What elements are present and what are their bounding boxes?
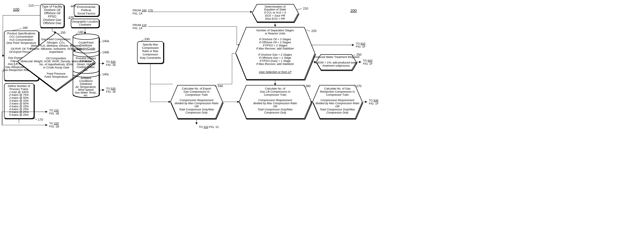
svg-text:Compressor Duty: Compressor Duty — [186, 111, 208, 114]
svg-text:Process Trains: Process Trains — [10, 88, 28, 91]
svg-text:Compressor: Compressor — [142, 53, 158, 56]
svg-text:Gas Compressors in: Gas Compressors in — [184, 90, 210, 93]
svg-text:Compressor Train: Compressor Train — [185, 93, 208, 96]
svg-text:5 trains @ 20%: 5 trains @ 20% — [9, 113, 29, 116]
svg-text:OR: OR — [273, 105, 277, 108]
svg-text:Oil RVP, Oil TVP: Oil RVP, Oil TVP — [11, 47, 32, 50]
svg-text:FIG. 1A: FIG. 1A — [132, 26, 142, 30]
svg-text:If BSW > 1%, add produced wate: If BSW > 1%, add produced water — [315, 61, 358, 64]
tag-270: 270 — [356, 84, 362, 88]
svg-text:Gas Feed Composition:: Gas Feed Composition: — [41, 38, 71, 41]
tag-110: 110 — [28, 4, 34, 7]
svg-text:Onshore Gas: Onshore Gas — [43, 18, 61, 22]
svg-text:Product Specifications: Product Specifications — [7, 32, 35, 35]
svg-text:If CO₂ or H₂S > 0: If CO₂ or H₂S > 0 — [264, 11, 286, 14]
svg-text:Compression Requirement: Compression Requirement — [258, 98, 292, 102]
svg-text:OR: OR — [335, 105, 340, 108]
svg-text:EOS = Sour PR: EOS = Sour PR — [265, 14, 285, 17]
tag-250: 250 — [356, 53, 362, 56]
svg-text:Specify Max: Specify Max — [142, 43, 158, 46]
svg-text:FPSO: FPSO — [48, 15, 56, 18]
node-geographic-location: Geographic Location Continent — [71, 19, 100, 28]
tag-130: 130 — [71, 4, 76, 8]
svg-text:treatment subprocess: treatment subprocess — [322, 64, 350, 67]
svg-text:No. of Hypotheticals, BSW: No. of Hypotheticals, BSW — [40, 63, 73, 66]
node-gas-reinjection-compressors: Calculate No. of Gas Reinjection Compres… — [312, 85, 363, 119]
from-110: FROM 110 — [132, 24, 146, 27]
svg-text:If Onshore Oil = 3 Stages: If Onshore Oil = 3 Stages — [259, 38, 291, 41]
svg-text:Geographic Location: Geographic Location — [72, 20, 98, 23]
tag-160: 160 — [22, 26, 28, 30]
tag-140a: 140a — [102, 39, 109, 43]
svg-text:Isopentane: Isopentane — [49, 50, 63, 54]
tag-260: 260 — [306, 84, 310, 88]
link-to-210: TO 210 — [49, 109, 58, 112]
link-to-520: TO 520 — [106, 87, 116, 90]
svg-text:Calculate No. of Export: Calculate No. of Export — [182, 87, 211, 90]
arrow-230-to-240 — [150, 84, 170, 102]
svg-text:FIG. 1F: FIG. 1F — [369, 102, 378, 105]
svg-text:etc.: etc. — [84, 68, 88, 72]
svg-text:If Onshore Gas = 2 Stages: If Onshore Gas = 2 Stages — [258, 53, 292, 56]
svg-text:Else EOS = PR: Else EOS = PR — [265, 17, 285, 20]
svg-text:or Crude Assay Data: or Crude Assay Data — [43, 66, 69, 69]
svg-text:Gas Lift Compressors in: Gas Lift Compressors in — [260, 90, 290, 93]
tag-140: 140 — [78, 30, 83, 34]
svg-text:Produced Water Treatment Requi: Produced Water Treatment Required — [313, 56, 359, 58]
node-export-gas-compressors: Calculate No. of Export Gas Compressors … — [170, 85, 223, 119]
svg-text:Type of Facility: Type of Facility — [42, 5, 62, 8]
node-gas-lift-compressors: Calculate No. of Gas Lift Compressors in… — [239, 85, 312, 119]
fig-100: 100 Type of Facility Onshore Oil Offshor… — [2, 4, 116, 128]
svg-text:FIG. 1F: FIG. 1F — [363, 62, 372, 65]
svg-text:OR: OR — [194, 105, 198, 108]
svg-text:FIG. 1B: FIG. 1B — [49, 125, 59, 128]
svg-text:If Offshore Gas = 1 Stage: If Offshore Gas = 1 Stage — [259, 56, 291, 60]
fig-label-100: 100 — [13, 7, 19, 12]
node-produced-water: Produced Water Treatment Required If BSW… — [313, 54, 359, 70]
svg-text:Database: Database — [80, 60, 92, 63]
svg-text:Political,: Political, — [81, 8, 92, 12]
svg-text:Offshore Gas: Offshore Gas — [43, 21, 61, 25]
svg-text:Compressor Train: Compressor Train — [264, 93, 286, 96]
svg-text:FIG. 1A: FIG. 1A — [132, 12, 142, 15]
svg-text:Continent: Continent — [79, 23, 91, 26]
link-to-610: TO 610 — [356, 42, 365, 45]
node-eos-determination: Determination of Equation of State If CO… — [252, 4, 299, 22]
svg-text:Compression: Compression — [142, 46, 159, 50]
link-to-620: TO 620 — [363, 59, 372, 62]
svg-text:Onshore Oil: Onshore Oil — [44, 8, 60, 12]
svg-text:divided by Max Compression Rat: divided by Max Compression Ratio — [174, 102, 218, 105]
fig-200: 200 FROM 160, 170 FIG. 1A FROM 110 FIG. … — [132, 4, 378, 128]
tag-230: 230 — [144, 37, 150, 41]
node-databases-cylinder: Crude/Feed Database Country/Crude Proces… — [73, 34, 100, 98]
node-separation-stages: Number of Separation Stages or Reactor U… — [236, 27, 316, 80]
svg-text:Define Number of: Define Number of — [8, 84, 30, 88]
svg-text:Social Factors: Social Factors — [78, 12, 96, 15]
node-env-political-social: Environmental, Political, Social Factors — [74, 4, 100, 16]
svg-text:Compression Requirement: Compression Requirement — [180, 98, 214, 102]
svg-text:or Reactor Units: or Reactor Units — [265, 32, 285, 35]
svg-text:Ethane, NButane, Isobutane, IN: Ethane, NButane, Isobutane, IN pentane, — [30, 47, 82, 50]
svg-text:divided by Max Compression Rat: divided by Max Compression Ratio — [316, 102, 359, 105]
svg-text:Equation of State: Equation of State — [264, 8, 286, 11]
tag-140c: 140c — [102, 72, 109, 76]
node-process-trains: Define Number of Process Trains 1 train … — [4, 83, 34, 119]
svg-text:FIG. 1F: FIG. 1F — [356, 45, 366, 48]
tag-150: 150 — [60, 31, 66, 34]
svg-text:Compressor Train: Compressor Train — [326, 93, 349, 96]
svg-text:Ratio or Max: Ratio or Max — [142, 50, 158, 53]
svg-text:H₂S Concentration: H₂S Concentration — [10, 38, 33, 41]
svg-text:If FPSO = 2 Stages: If FPSO = 2 Stages — [263, 44, 288, 47]
svg-text:Oil Composition: Oil Composition — [46, 57, 66, 60]
svg-text:Feed Pressure: Feed Pressure — [47, 72, 66, 75]
svg-point-50 — [73, 34, 99, 40]
svg-text:Compression Requirement: Compression Requirement — [320, 98, 354, 102]
tag-170: 170 — [38, 118, 43, 121]
tag-140b: 140b — [102, 50, 109, 54]
svg-text:Offshore Oil: Offshore Oil — [44, 11, 60, 15]
svg-text:Nitrogen, CO₂,: Nitrogen, CO₂, — [47, 41, 66, 44]
svg-text:Feed Temperature: Feed Temperature — [44, 75, 68, 78]
svg-text:Total Compressor Duty/Max: Total Compressor Duty/Max — [320, 108, 355, 111]
svg-text:If Offshore Oil = 2 Stages: If Offshore Oil = 2 Stages — [259, 41, 291, 44]
svg-text:Database: Database — [80, 82, 92, 86]
